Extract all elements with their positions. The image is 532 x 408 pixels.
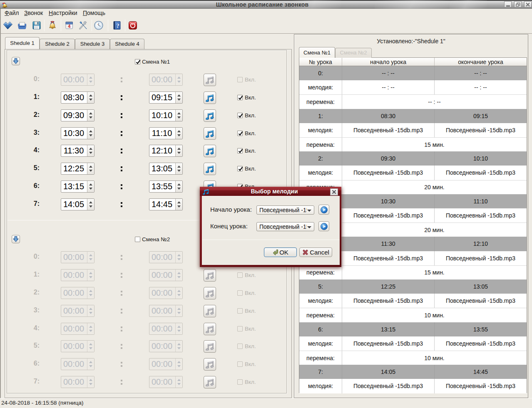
svg-text:?: ? — [116, 22, 119, 29]
svg-text:4: 4 — [68, 24, 71, 29]
